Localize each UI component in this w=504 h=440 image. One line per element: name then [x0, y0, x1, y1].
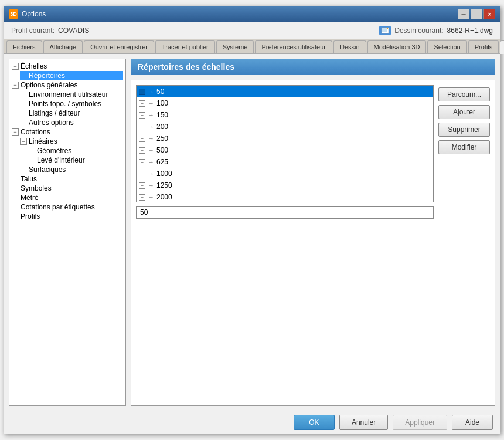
tree-item-autres[interactable]: Autres options [20, 118, 123, 127]
tree-indent-repertoires: Répertoires [20, 71, 123, 80]
item-expand[interactable]: + [139, 89, 145, 95]
item-expand[interactable]: + [139, 112, 145, 119]
item-value: 1000 [156, 170, 172, 178]
help-button[interactable]: Aide [452, 415, 493, 430]
item-value: 1250 [156, 181, 172, 189]
title-bar-left: 3D Options [9, 9, 46, 19]
cancel-button[interactable]: Annuler [339, 415, 388, 430]
title-bar: 3D Options ─ □ ✕ [4, 6, 500, 22]
ok-button[interactable]: OK [294, 415, 335, 430]
tree-item-lineaires[interactable]: − Linéaires [20, 137, 123, 146]
modify-button[interactable]: Modifier [438, 140, 490, 154]
tree-item-leve[interactable]: Levé d'intérieur [28, 155, 123, 165]
item-expand[interactable]: + [139, 171, 145, 177]
tree-label-metre: Métré [21, 194, 39, 202]
dessin-icon [379, 26, 391, 35]
tree-label-options-gen: Options générales [21, 81, 77, 89]
tree-label-repertoires: Répertoires [29, 72, 65, 80]
tree-label-talus: Talus [21, 175, 37, 183]
tab-affichage[interactable]: Affichage [43, 40, 83, 53]
section-header: Répertoires des échelles [131, 59, 495, 75]
svg-rect-1 [382, 28, 387, 32]
close-button[interactable]: ✕ [483, 9, 495, 19]
tab-modelisation[interactable]: Modélisation 3D [367, 40, 427, 53]
browse-button[interactable]: Parcourir... [438, 87, 490, 101]
item-value: 625 [156, 158, 168, 166]
tab-preferences[interactable]: Préférences utilisateur [255, 40, 332, 53]
tab-selection[interactable]: Sélection [427, 40, 466, 53]
tree-item-repertoires[interactable]: Répertoires [20, 71, 123, 80]
item-expand[interactable]: + [139, 194, 145, 201]
input-row [136, 206, 434, 219]
expand-cotations[interactable]: − [12, 128, 19, 136]
tabs-bar: Fichiers Affichage Ouvrir et enregistrer… [4, 39, 500, 54]
tree-item-cotations[interactable]: − Cotations [12, 127, 123, 137]
item-arrow: → [148, 170, 154, 177]
list-item[interactable]: + → 250 [137, 133, 433, 144]
header-bar: Profil courant: COVADIS Dessin courant: … [4, 22, 500, 39]
maximize-button[interactable]: □ [471, 9, 482, 19]
add-button[interactable]: Ajouter [438, 105, 490, 119]
tree-item-echelles[interactable]: − Échelles [12, 62, 123, 71]
list-item[interactable]: + → 500 [137, 144, 433, 156]
window-controls: ─ □ ✕ [458, 9, 495, 19]
list-item[interactable]: + → 50 [137, 86, 433, 97]
list-item[interactable]: + → 2000 [137, 191, 433, 202]
tab-tracer[interactable]: Tracer et publier [155, 40, 215, 53]
tree-label-echelles: Échelles [21, 62, 47, 70]
item-expand[interactable]: + [139, 159, 145, 165]
expand-echelles[interactable]: − [12, 63, 19, 70]
tree-item-talus[interactable]: Talus [12, 174, 123, 184]
list-item[interactable]: + → 200 [137, 121, 433, 133]
list-item[interactable]: + → 1000 [137, 168, 433, 180]
tree-item-listings[interactable]: Listings / éditeur [20, 109, 123, 118]
tree-label-lineaires: Linéaires [29, 137, 57, 145]
delete-button[interactable]: Supprimer [438, 123, 490, 137]
tab-systeme[interactable]: Système [216, 40, 254, 53]
tree-label-geometres: Géomètres [37, 147, 71, 155]
list-item[interactable]: + → 625 [137, 156, 433, 168]
list-item[interactable]: + → 150 [137, 109, 433, 121]
dessin-value: 8662-R+1.dwg [447, 26, 493, 35]
list-item[interactable]: + → 100 [137, 97, 433, 109]
tab-profils[interactable]: Profils [468, 40, 499, 53]
item-expand[interactable]: + [139, 147, 145, 154]
tab-fichiers[interactable]: Fichiers [6, 40, 42, 53]
apply-button[interactable]: Appliquer [393, 415, 447, 430]
item-expand[interactable]: + [139, 100, 145, 107]
tab-covadis[interactable]: Covadis [500, 40, 504, 54]
tab-ouvrir[interactable]: Ouvrir et enregistrer [84, 40, 154, 53]
expand-options-gen[interactable]: − [12, 82, 19, 89]
item-arrow: → [148, 147, 154, 154]
list-item[interactable]: + → 1250 [137, 180, 433, 191]
item-value: 100 [156, 99, 168, 107]
tree-item-points-topo[interactable]: Points topo. / symboles [20, 99, 123, 109]
tree-item-env[interactable]: Environnement utilisateur [20, 90, 123, 99]
item-arrow: → [148, 111, 154, 119]
tree-label-env: Environnement utilisateur [29, 90, 108, 99]
indent-env: Environnement utilisateur Points topo. /… [20, 90, 123, 127]
item-value: 250 [156, 134, 168, 143]
tree-item-cotations-etiquettes[interactable]: Cotations par étiquettes [12, 202, 123, 212]
tree-label-cotations: Cotations [21, 128, 50, 136]
tree-item-options-gen[interactable]: − Options générales [12, 80, 123, 90]
tab-dessin[interactable]: Dessin [333, 40, 366, 53]
minimize-button[interactable]: ─ [458, 9, 469, 19]
profile-value: COVADIS [58, 26, 89, 35]
scales-list[interactable]: + → 50 + → 100 + → 150 + → 200 + → 250 +… [136, 85, 434, 202]
tree-item-surfaciques[interactable]: Surfaciques [20, 165, 123, 174]
tree-item-metre[interactable]: Métré [12, 193, 123, 202]
item-expand[interactable]: + [139, 136, 145, 142]
tree-item-symboles[interactable]: Symboles [12, 184, 123, 193]
item-arrow: → [148, 123, 154, 130]
item-expand[interactable]: + [139, 124, 145, 130]
scale-input[interactable] [136, 206, 434, 219]
tree-label-points: Points topo. / symboles [29, 100, 101, 108]
tree-item-geometres[interactable]: Géomètres [28, 146, 123, 155]
item-expand[interactable]: + [139, 182, 145, 189]
dessin-section: Dessin courant: 8662-R+1.dwg [379, 26, 493, 35]
tree-item-profils[interactable]: Profils [12, 212, 123, 221]
window-title: Options [22, 10, 46, 18]
expand-lineaires[interactable]: − [20, 138, 27, 145]
item-arrow: → [148, 135, 154, 142]
